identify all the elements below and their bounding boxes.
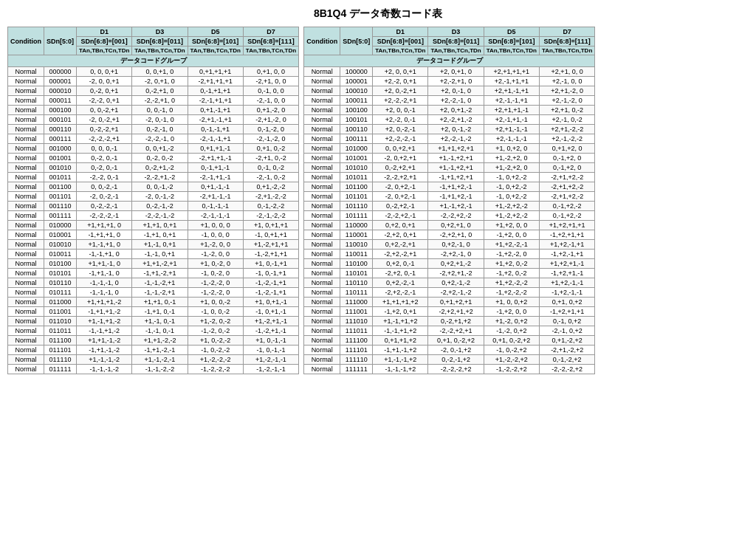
condition-cell: Normal [8,250,44,259]
data-cell: +1, 0, 0, 0 [188,221,243,230]
data-cell: +2,-2, 0,+1 [373,77,428,86]
sdn-cell: 100111 [340,134,373,144]
sdn-cell: 000111 [44,134,77,144]
condition-cell: Normal [8,154,44,163]
data-cell: +1,+2,+1,+1 [540,221,595,230]
sdn-cell: 001000 [44,144,77,154]
condition-cell: Normal [304,154,340,163]
data-cell: -2,-1, 0,+2 [540,326,595,336]
data-cell: -1,+1,+2,-1 [428,192,484,202]
data-cell: 0,+1, 0,-2,+2 [484,336,539,346]
sdn-cell: 110111 [340,288,373,298]
condition-cell: Normal [304,278,340,288]
data-cell: +1,-2,+2,-2 [484,211,539,221]
condition-cell: Normal [8,259,44,269]
sdn-cell: 101111 [340,211,373,221]
sdn-cell: 111100 [340,336,373,346]
sdn-cell: 111011 [340,326,373,336]
condition-cell: Normal [304,106,340,115]
data-cell: -2,+1,-1,-1 [188,192,243,202]
data-cell: +2,-2,-2,+1 [373,96,428,106]
data-cell: +2,+1, 0,-2 [540,106,595,115]
data-cell: 0,-2,-2,+1 [77,125,132,134]
sdn-cell: 001101 [44,192,77,202]
data-cell: +1,-2, 0,+2 [484,317,539,326]
condition-cell: Normal [8,346,44,355]
data-cell: +1,-1,-1,-2 [77,355,132,365]
sdn-cell: 011100 [44,336,77,346]
data-cell: -2,-1,+1,-1 [188,173,243,182]
data-cell: -1,-1,-2,+1 [132,278,188,288]
data-cell: -1,+1,-2,+1 [132,269,188,278]
data-cell: 0,-2,-1,+2 [428,355,484,365]
data-cell: -1, 0, 0, 0 [188,230,243,240]
sdn-cell: 011111 [44,365,77,374]
data-cell: -2,+2,-1, 0 [428,250,484,259]
data-cell: +1,-1, 0,+1 [132,240,188,250]
data-cell: -2,+1,+2,-2 [540,182,595,192]
data-cell: 0,+2, 0,+1 [373,221,428,230]
condition-cell: Normal [8,326,44,336]
data-cell: +1,-2,+1,+1 [243,240,298,250]
data-cell: +1,+1,+2,+1 [428,144,484,154]
data-cell: +1,+1,-2,+1 [132,259,188,269]
data-cell: +1,+1,-1,-2 [77,336,132,346]
sdn-cell: 011110 [44,355,77,365]
data-cell: 0,+1,-1,-1 [188,182,243,192]
data-cell: +1,-2, 0,-2 [188,317,243,326]
sdn-cell: 110010 [340,240,373,250]
sdn-cell: 101001 [340,154,373,163]
data-cell: +1,-2, 0, 0 [188,240,243,250]
condition-cell: Normal [8,115,44,125]
data-cell: +2, 0, 0,-1 [373,106,428,115]
data-cell: +1,-2,-1,-1 [243,355,298,365]
sdn-cell: 110110 [340,278,373,288]
condition-cell: Normal [8,182,44,192]
data-cell: 0, 0, 0,-1 [77,144,132,154]
data-cell: +2,+1, 0, 0 [540,67,595,77]
data-cell: +2,-1, 0,-2 [540,115,595,125]
data-cell: 0,+1, 0,-2 [243,144,298,154]
data-cell: +1, 0, 0,-2 [188,298,243,307]
data-cell: 0,-2,-1, 0 [132,125,188,134]
data-cell: -1,+2, 0,+1 [373,307,428,317]
data-cell: +2, 0,+1,-2 [428,106,484,115]
data-cell: -2,+2,-2,+1 [373,250,428,259]
data-cell: -2,+1,-2,-2 [243,192,298,202]
sdn-cell: 010010 [44,240,77,250]
data-cell: -1,+1,-1,-2 [77,346,132,355]
data-cell: 0,-2,+1, 0 [132,86,188,96]
data-cell: +1,-2,-2,-2 [188,355,243,365]
data-cell: +1,-2,+2, 0 [484,163,539,173]
condition-cell: Normal [304,134,340,144]
condition-cell: Normal [8,173,44,182]
sdn-cell: 101101 [340,192,373,202]
data-cell: +1,-1,-1,+2 [373,355,428,365]
sdn-cell: 110001 [340,230,373,240]
data-cell: -2, 0,-1, 0 [132,115,188,125]
data-cell: -2,+1,+1,-1 [188,154,243,163]
data-cell: +1,+2,-2,-2 [484,278,539,288]
condition-cell: Normal [304,144,340,154]
sdn-cell: 001111 [44,211,77,221]
data-cell: -1, 0,-2,-2 [188,346,243,355]
data-cell: -2,-1, 0,-2 [243,173,298,182]
data-cell: +2, 0,-1,-2 [428,125,484,134]
page-title: 8B1Q4 データ奇数コード表 [7,7,749,21]
data-cell: -1,+2,+1,+1 [540,230,595,240]
condition-cell: Normal [8,298,44,307]
sdn-cell: 000011 [44,96,77,106]
data-cell: -2,+2,-2,-1 [373,288,428,298]
sdn-cell: 101000 [340,144,373,154]
condition-cell: Normal [304,202,340,211]
data-cell: -2,+2,+1, 0 [428,230,484,240]
data-cell: +2,-1,+1,+1 [484,77,539,86]
data-cell: -2,-2,+2,+1 [373,173,428,182]
data-cell: 0,-2,+1,-2 [132,163,188,173]
data-cell: -2,+2, 0,-1 [373,269,428,278]
data-cell: -2,+1, 0, 0 [243,77,298,86]
data-cell: +2,-1,-1,-1 [484,134,539,144]
condition-cell: Normal [304,67,340,77]
data-cell: +2, 0,+1, 0 [428,67,484,77]
data-cell: +1,-1,+2,-1 [428,202,484,211]
